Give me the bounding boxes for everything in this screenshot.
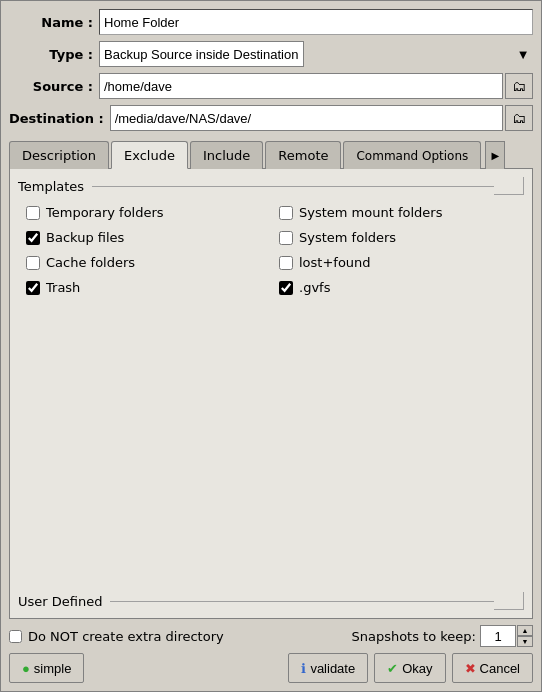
snapshots-input-wrapper: ▲ ▼: [480, 625, 533, 647]
name-label: Name :: [9, 15, 99, 30]
checkbox-temporary-folders: Temporary folders: [26, 205, 263, 220]
snapshots-row: Snapshots to keep: ▲ ▼: [351, 625, 533, 647]
source-row: Source : 🗂: [9, 73, 533, 99]
checkbox-trash: Trash: [26, 280, 263, 295]
name-input[interactable]: [99, 9, 533, 35]
main-window: Name : Type : Backup Source inside Desti…: [0, 0, 542, 692]
okay-icon: ✔: [387, 661, 398, 676]
templates-section-header: Templates: [18, 177, 524, 195]
validate-label: validate: [310, 661, 355, 676]
type-label: Type :: [9, 47, 99, 62]
validate-button[interactable]: ℹ validate: [288, 653, 368, 683]
checkbox-cache-folders-label: Cache folders: [46, 255, 135, 270]
checkbox-backup-files: Backup files: [26, 230, 263, 245]
templates-checkboxes: Temporary folders System mount folders B…: [18, 205, 524, 295]
tab-remote[interactable]: Remote: [265, 141, 341, 169]
destination-input[interactable]: [110, 105, 503, 131]
checkbox-gvfs-label: .gvfs: [299, 280, 330, 295]
name-row: Name :: [9, 9, 533, 35]
templates-title: Templates: [18, 179, 92, 194]
destination-row: Destination : 🗂: [9, 105, 533, 131]
tab-scroll-button[interactable]: ▶: [485, 141, 505, 169]
checkbox-backup-files-input[interactable]: [26, 231, 40, 245]
checkbox-temporary-folders-label: Temporary folders: [46, 205, 164, 220]
simple-button[interactable]: ● simple: [9, 653, 84, 683]
checkbox-gvfs: .gvfs: [279, 280, 516, 295]
checkbox-cache-folders: Cache folders: [26, 255, 263, 270]
snapshots-spinner: ▲ ▼: [517, 625, 533, 647]
checkbox-lost-found-input[interactable]: [279, 256, 293, 270]
checkbox-cache-folders-input[interactable]: [26, 256, 40, 270]
bottom-row: Do NOT create extra directory Snapshots …: [9, 625, 533, 647]
checkbox-system-folders: System folders: [279, 230, 516, 245]
user-defined-divider: [110, 601, 494, 602]
okay-label: Okay: [402, 661, 432, 676]
source-browse-button[interactable]: 🗂: [505, 73, 533, 99]
browse-icon: 🗂: [512, 110, 526, 126]
checkbox-backup-files-label: Backup files: [46, 230, 124, 245]
checkbox-lost-found: lost+found: [279, 255, 516, 270]
browse-icon: 🗂: [512, 78, 526, 94]
checkbox-system-mount-folders: System mount folders: [279, 205, 516, 220]
checkbox-system-folders-label: System folders: [299, 230, 396, 245]
checkbox-system-mount-folders-label: System mount folders: [299, 205, 442, 220]
type-row: Type : Backup Source inside Destination: [9, 41, 533, 67]
cancel-label: Cancel: [480, 661, 520, 676]
checkbox-trash-input[interactable]: [26, 281, 40, 295]
validate-icon: ℹ: [301, 661, 306, 676]
snapshots-input[interactable]: [480, 625, 516, 647]
tab-scroll-icon: ▶: [491, 150, 499, 161]
source-label: Source :: [9, 79, 99, 94]
destination-label: Destination :: [9, 111, 110, 126]
snapshots-label: Snapshots to keep:: [351, 629, 476, 644]
source-input-group: 🗂: [99, 73, 533, 99]
do-not-create-checkbox[interactable]: [9, 630, 22, 643]
tab-command-options[interactable]: Command Options: [343, 141, 481, 169]
snapshots-up-button[interactable]: ▲: [517, 625, 533, 636]
tab-exclude[interactable]: Exclude: [111, 141, 188, 169]
checkbox-trash-label: Trash: [46, 280, 80, 295]
checkbox-system-mount-folders-input[interactable]: [279, 206, 293, 220]
tabs-bar: Description Exclude Include Remote Comma…: [9, 141, 533, 169]
cancel-button[interactable]: ✖ Cancel: [452, 653, 533, 683]
user-defined-section-header: User Defined: [18, 592, 524, 610]
action-buttons-bar: ● simple ℹ validate ✔ Okay ✖ Cancel: [9, 653, 533, 683]
destination-input-group: 🗂: [110, 105, 533, 131]
tab-description[interactable]: Description: [9, 141, 109, 169]
type-select[interactable]: Backup Source inside Destination: [99, 41, 304, 67]
checkbox-gvfs-input[interactable]: [279, 281, 293, 295]
destination-browse-button[interactable]: 🗂: [505, 105, 533, 131]
okay-button[interactable]: ✔ Okay: [374, 653, 445, 683]
cancel-icon: ✖: [465, 661, 476, 676]
checkbox-system-folders-input[interactable]: [279, 231, 293, 245]
simple-icon: ●: [22, 661, 30, 676]
simple-label: simple: [34, 661, 72, 676]
checkbox-lost-found-label: lost+found: [299, 255, 371, 270]
templates-divider: [92, 186, 494, 187]
snapshots-down-button[interactable]: ▼: [517, 636, 533, 647]
user-defined-title: User Defined: [18, 594, 110, 609]
user-defined-corner: [494, 592, 524, 610]
type-select-wrapper: Backup Source inside Destination: [99, 41, 533, 67]
templates-corner: [494, 177, 524, 195]
do-not-create-label: Do NOT create extra directory: [28, 629, 224, 644]
tab-include[interactable]: Include: [190, 141, 263, 169]
tab-content-exclude: Templates Temporary folders System mount…: [9, 168, 533, 619]
source-input[interactable]: [99, 73, 503, 99]
checkbox-temporary-folders-input[interactable]: [26, 206, 40, 220]
do-not-create-row: Do NOT create extra directory: [9, 629, 224, 644]
